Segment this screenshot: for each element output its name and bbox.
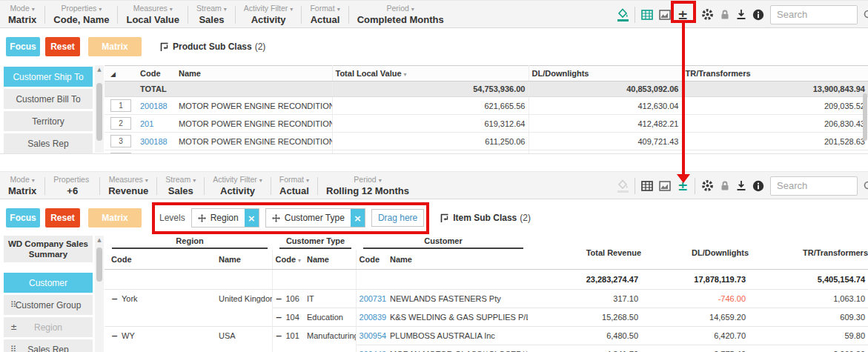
reset-button[interactable]: Reset <box>45 37 80 56</box>
scroll-up-icon[interactable]: ▲ <box>95 65 104 74</box>
focus-button[interactable]: Focus <box>6 37 40 56</box>
menu-stream[interactable]: Stream▾ Sales <box>157 172 204 199</box>
code-link[interactable]: 200731 <box>360 294 387 303</box>
menu-stream[interactable]: Stream▾ Sales <box>188 1 235 28</box>
menu-measures[interactable]: Measures▾ Revenue <box>100 172 156 199</box>
menu-measures[interactable]: Measures▾ Local Value <box>118 1 188 28</box>
group-header-region[interactable]: Region <box>105 236 272 250</box>
matrix-button[interactable]: Matrix <box>88 37 142 56</box>
chart-view-icon[interactable] <box>659 178 671 194</box>
table-scrollbar-left[interactable]: ▲ <box>95 236 104 352</box>
menu-format[interactable]: Format▾ Actual <box>302 1 348 28</box>
sidebar-item-customer[interactable]: Customer <box>4 273 93 293</box>
column-header-dl-downlights[interactable]: DL/Downlights <box>641 236 749 270</box>
drag-here-dropzone[interactable]: Drag here <box>371 209 424 227</box>
column-header-tr-transformers[interactable]: TR/Transformers <box>682 66 868 82</box>
code-link[interactable]: 201 <box>140 119 153 128</box>
menu-format[interactable]: Format▾ Actual <box>271 172 317 199</box>
code-link[interactable]: 300188 <box>140 137 168 146</box>
column-header-total-revenue[interactable]: Total Revenue <box>528 236 641 270</box>
menu-period[interactable]: Period▾ Completed Months <box>349 1 452 28</box>
column-header-customer-code[interactable]: Code <box>356 250 387 270</box>
table-view-icon[interactable] <box>641 7 653 23</box>
row-number[interactable]: 2 <box>110 117 131 130</box>
collapse-icon[interactable]: − <box>276 313 286 322</box>
sidebar-item-customer-ship-to[interactable]: Customer Ship To <box>4 67 93 87</box>
paint-format-icon[interactable] <box>617 7 629 23</box>
breadcrumb[interactable]: Product Sub Class (2) <box>160 41 265 52</box>
table-scrollbar-right[interactable] <box>863 93 867 141</box>
remove-level-icon[interactable]: × <box>351 209 365 227</box>
level-chip-region[interactable]: Region × <box>191 208 259 228</box>
chart-view-icon[interactable] <box>659 7 671 23</box>
matrix-button[interactable]: Matrix <box>88 208 142 228</box>
collapse-icon[interactable]: − <box>276 331 286 341</box>
sidebar-item-customer-bill-to[interactable]: Customer Bill To <box>4 89 93 109</box>
search-input[interactable] <box>770 176 858 196</box>
search-input[interactable] <box>770 5 858 24</box>
column-header-ct-name[interactable]: Name <box>304 250 356 270</box>
collapse-icon[interactable]: − <box>111 331 122 341</box>
table-row: 4 206 TALLAHESSE 488,711.91 374,452.14 1… <box>105 150 868 155</box>
column-header-region-name[interactable]: Name <box>216 250 272 270</box>
column-header-tr-transformers[interactable]: TR/Transformers <box>749 236 868 270</box>
search-icon[interactable] <box>864 7 868 22</box>
collapse-icon[interactable]: − <box>276 294 286 304</box>
table-scrollbar-left[interactable]: ▲ <box>95 65 104 153</box>
column-header-code[interactable]: Code <box>137 66 176 82</box>
scrollbar-thumb[interactable] <box>96 83 102 141</box>
info-icon[interactable] <box>752 178 764 194</box>
remove-level-icon[interactable]: × <box>245 209 259 227</box>
paint-format-icon[interactable] <box>617 178 629 194</box>
cell-region-code: −York <box>105 290 216 327</box>
info-icon[interactable] <box>752 7 764 23</box>
menu-period[interactable]: Period▾ Rolling 12 Months <box>318 172 417 199</box>
sidebar-item-region[interactable]: ± Region <box>4 317 93 337</box>
sidebar-item-sales-rep[interactable]: ⠿ Sales Rep <box>4 339 93 352</box>
sort-corner-icon[interactable]: ◢ <box>110 70 116 78</box>
column-header-customer-name[interactable]: Name <box>387 250 528 270</box>
group-header-customer-type[interactable]: Customer Type <box>272 236 356 250</box>
table-view-icon[interactable] <box>641 178 653 194</box>
expand-collapse-icon[interactable]: ± <box>677 7 689 23</box>
scrollbar-thumb[interactable] <box>96 248 102 282</box>
menu-properties[interactable]: Properties +6 <box>45 172 99 199</box>
level-chip-customer-type[interactable]: Customer Type × <box>265 208 365 228</box>
menu-activity-filter[interactable]: Activity Filter▾ Activity <box>205 172 271 199</box>
toolbar-bottom: Mode▾ Matrix Properties +6 Measures▾ Rev… <box>0 171 868 199</box>
focus-button[interactable]: Focus <box>6 208 40 228</box>
collapse-icon[interactable]: − <box>111 294 122 304</box>
download-icon[interactable] <box>736 7 746 23</box>
column-header-total-local-value[interactable]: Total Local Value▾ <box>332 66 529 82</box>
sidebar-item-sales-rep[interactable]: Sales Rep <box>4 133 93 153</box>
settings-gear-icon[interactable] <box>701 7 714 23</box>
row-number[interactable]: 1 <box>110 99 131 112</box>
code-link[interactable]: 200839 <box>360 313 387 322</box>
group-header-customer[interactable]: Customer <box>356 236 528 250</box>
settings-gear-icon[interactable] <box>701 178 714 194</box>
row-number[interactable]: 3 <box>110 135 131 147</box>
scroll-up-icon[interactable]: ▲ <box>95 236 104 245</box>
breadcrumb[interactable]: Item Sub Class (2) <box>440 213 531 223</box>
sidebar-item-customer-group[interactable]: ⠿ Customer Group <box>4 295 93 315</box>
sidebar-item-territory[interactable]: Territory <box>4 111 93 131</box>
column-header-dl-downlights[interactable]: DL/Downlights <box>529 66 682 82</box>
lock-icon[interactable] <box>720 178 730 194</box>
column-header-ct-code[interactable]: Code▾ <box>272 250 304 270</box>
code-link[interactable]: 200188 <box>140 102 168 110</box>
search-icon[interactable] <box>864 179 868 193</box>
column-header-region-code[interactable]: Code <box>105 250 216 270</box>
menu-activity-filter[interactable]: Activity Filter▾ Activity <box>236 1 302 28</box>
download-icon[interactable] <box>736 178 746 194</box>
lock-icon[interactable] <box>720 7 730 23</box>
column-header-name[interactable]: Name <box>176 66 332 82</box>
menu-properties[interactable]: Properties▾ Code, Name <box>45 1 117 28</box>
row-number[interactable]: 4 <box>110 153 131 154</box>
expand-collapse-icon[interactable]: ± <box>677 178 689 194</box>
select-all-header[interactable]: ◢ <box>105 66 137 82</box>
menu-mode[interactable]: Mode▾ Matrix <box>0 172 44 199</box>
database-title[interactable]: WD Company Sales Summary <box>4 236 93 262</box>
reset-button[interactable]: Reset <box>45 208 80 228</box>
code-link[interactable]: 300954 <box>360 331 387 340</box>
menu-mode[interactable]: Mode▾ Matrix <box>0 1 44 28</box>
